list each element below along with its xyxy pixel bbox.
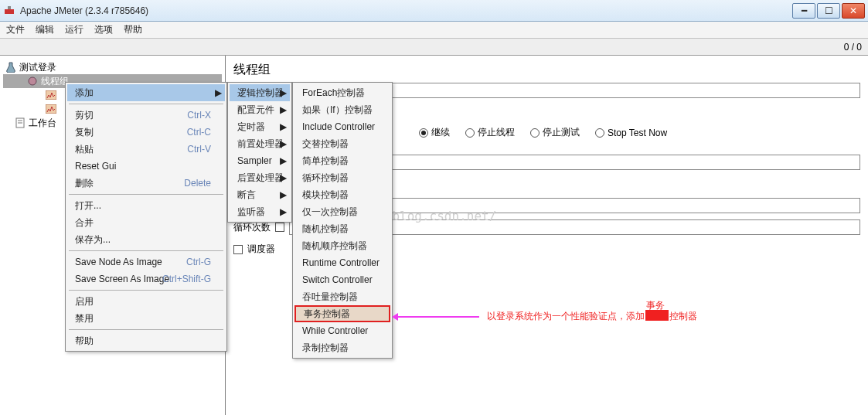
- menu-item[interactable]: 录制控制器: [294, 339, 390, 356]
- tree-label: 工作台: [29, 117, 56, 130]
- menu-item[interactable]: Switch Controller: [294, 271, 390, 288]
- chevron-right-icon: ▶: [280, 155, 287, 166]
- context-menu-add[interactable]: 逻辑控制器▶配置元件▶定时器▶前置处理器▶Sampler▶后置处理器▶断言▶监听…: [227, 82, 292, 223]
- menu-item[interactable]: Sampler▶: [230, 152, 290, 169]
- menu-item[interactable]: Runtime Controller: [294, 254, 390, 271]
- menu-item[interactable]: 循环控制器: [294, 169, 390, 186]
- menu-item[interactable]: 定时器▶: [230, 118, 290, 135]
- menu-item[interactable]: 随机控制器: [294, 220, 390, 237]
- chevron-right-icon: ▶: [280, 121, 287, 132]
- menu-item[interactable]: 简单控制器: [294, 152, 390, 169]
- radio-stop-thread[interactable]: 停止线程: [465, 126, 515, 139]
- sampler-icon: [45, 103, 57, 115]
- close-button[interactable]: ✕: [842, 3, 865, 19]
- menu-help[interactable]: 帮助: [124, 23, 142, 36]
- menu-item[interactable]: 监听器▶: [230, 203, 290, 220]
- chevron-right-icon: ▶: [280, 172, 287, 183]
- annotation-suffix: 控制器: [669, 310, 697, 323]
- menu-item[interactable]: 打开...: [67, 197, 225, 214]
- chevron-right-icon: ▶: [280, 87, 287, 98]
- radio-stop-test[interactable]: 停止测试: [530, 126, 580, 139]
- context-menu-logic-controllers[interactable]: ForEach控制器如果（If）控制器Include Controller交替控…: [292, 82, 393, 359]
- menu-item[interactable]: 配置元件▶: [230, 101, 290, 118]
- chevron-right-icon: ▶: [280, 104, 287, 115]
- spool-icon: [26, 75, 39, 87]
- chevron-right-icon: ▶: [280, 189, 287, 200]
- sampler-icon: [45, 89, 57, 101]
- window-title: Apache JMeter (2.3.4 r785646): [20, 5, 792, 16]
- radio-stop-now[interactable]: Stop Test Now: [595, 128, 667, 138]
- menu-item[interactable]: 吞吐量控制器: [294, 288, 390, 305]
- context-menu-main[interactable]: 添加▶剪切Ctrl-X复制Ctrl-C粘贴Ctrl-VReset Gui删除De…: [65, 82, 227, 352]
- svg-rect-1: [8, 6, 11, 9]
- menu-item[interactable]: While Controller: [294, 322, 390, 339]
- menu-item[interactable]: Reset Gui: [67, 158, 225, 175]
- menu-item[interactable]: 添加▶: [67, 84, 225, 101]
- menu-run[interactable]: 运行: [65, 23, 83, 36]
- menu-item[interactable]: 复制Ctrl-C: [67, 124, 225, 141]
- annotation-hidden: 事务: [646, 299, 665, 312]
- chevron-right-icon: ▶: [280, 138, 287, 149]
- menu-item[interactable]: ForEach控制器: [294, 84, 390, 101]
- menu-item[interactable]: Save Node As ImageCtrl-G: [67, 253, 225, 270]
- loop-label: 循环次数: [233, 221, 271, 234]
- menu-item[interactable]: Include Controller: [294, 118, 390, 135]
- clipboard-icon: [14, 117, 26, 129]
- minimize-button[interactable]: ━: [792, 3, 815, 19]
- toolbar: 0 / 0: [0, 39, 868, 56]
- annotation-prefix: 以登录系统作为一个性能验证点，添加: [487, 310, 645, 323]
- menu-item[interactable]: 禁用: [67, 310, 225, 327]
- menu-item[interactable]: 删除Delete: [67, 175, 225, 192]
- menu-item[interactable]: 事务控制器: [294, 305, 390, 322]
- thread-counter: 0 / 0: [844, 42, 862, 53]
- menubar: 文件 编辑 运行 选项 帮助: [0, 22, 868, 39]
- menu-item[interactable]: 仅一次控制器: [294, 203, 390, 220]
- menu-item[interactable]: Save Screen As ImageCtrl+Shift-G: [67, 270, 225, 287]
- scheduler-checkbox[interactable]: [233, 245, 243, 254]
- menu-item[interactable]: 保存为...: [67, 231, 225, 248]
- menu-file[interactable]: 文件: [6, 23, 25, 36]
- menu-edit[interactable]: 编辑: [36, 23, 54, 36]
- menu-item[interactable]: 随机顺序控制器: [294, 237, 390, 254]
- window-titlebar: Apache JMeter (2.3.4 r785646) ━ ☐ ✕: [0, 0, 868, 22]
- panel-heading: 线程组: [233, 62, 860, 78]
- app-icon: [3, 5, 15, 17]
- menu-item[interactable]: 帮助: [67, 332, 225, 349]
- tree-test-plan[interactable]: 测试登录: [3, 60, 222, 74]
- chevron-right-icon: ▶: [280, 206, 287, 217]
- menu-item[interactable]: 剪切Ctrl-X: [67, 107, 225, 124]
- svg-point-2: [29, 77, 36, 85]
- menu-item[interactable]: 粘贴Ctrl-V: [67, 141, 225, 158]
- chevron-right-icon: ▶: [215, 87, 222, 98]
- menu-item[interactable]: 启用: [67, 293, 225, 310]
- menu-item[interactable]: 逻辑控制器▶: [230, 84, 290, 101]
- menu-item[interactable]: 前置处理器▶: [230, 135, 290, 152]
- menu-item[interactable]: 合并: [67, 214, 225, 231]
- menu-item[interactable]: 后置处理器▶: [230, 169, 290, 186]
- annotation: 以登录系统作为一个性能验证点，添加 事务 控制器: [394, 310, 697, 323]
- menu-item[interactable]: 交替控制器: [294, 135, 390, 152]
- menu-options[interactable]: 选项: [94, 23, 113, 36]
- svg-rect-0: [5, 9, 14, 14]
- maximize-button[interactable]: ☐: [817, 3, 840, 19]
- menu-item[interactable]: 断言▶: [230, 186, 290, 203]
- flask-icon: [5, 61, 17, 73]
- menu-item[interactable]: 模块控制器: [294, 186, 390, 203]
- radio-continue[interactable]: 继续: [419, 126, 450, 139]
- on-error-radios: 继续 停止线程 停止测试 Stop Test Now: [419, 126, 860, 139]
- menu-item[interactable]: 如果（If）控制器: [294, 101, 390, 118]
- tree-label: 测试登录: [19, 61, 56, 74]
- arrow-icon: [394, 316, 479, 318]
- scheduler-label: 调度器: [247, 243, 275, 256]
- loop-forever-checkbox[interactable]: [275, 223, 284, 232]
